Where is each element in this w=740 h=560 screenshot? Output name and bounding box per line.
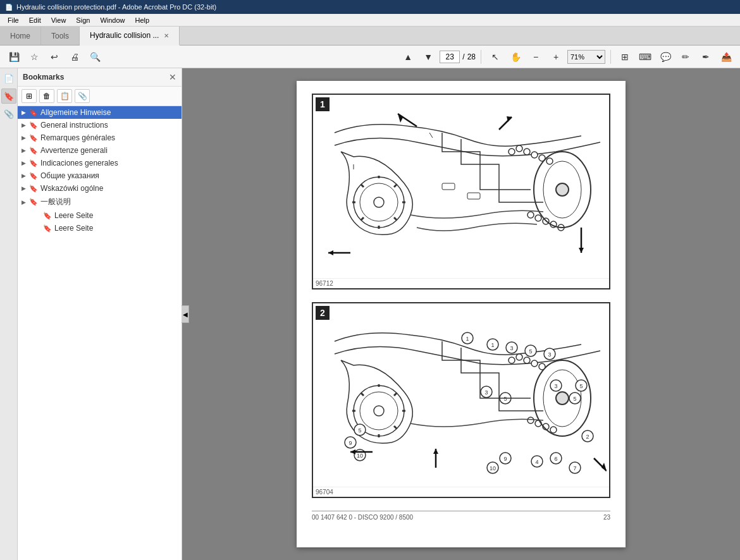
- main-layout: 📄 🔖 📎 Bookmarks ✕ ⊞ 🗑 📋 📎 ▶ 🔖 Allgemeine…: [0, 68, 740, 560]
- bookmark-icon: 🔖: [43, 212, 52, 220]
- svg-text:9: 9: [348, 440, 352, 446]
- svg-point-77: [550, 427, 557, 433]
- svg-point-102: [516, 354, 522, 360]
- svg-text:6: 6: [554, 456, 557, 462]
- menu-edit[interactable]: Edit: [24, 14, 46, 26]
- title-bar-text: Hydraulic collision protection.pdf - Ado…: [16, 3, 216, 11]
- svg-text:5: 5: [579, 383, 583, 389]
- page-separator: /: [462, 52, 464, 61]
- svg-text:5: 5: [529, 348, 532, 355]
- svg-text:5: 5: [573, 396, 576, 402]
- bookmarks-close-button[interactable]: ✕: [169, 72, 176, 82]
- share-button[interactable]: 📤: [717, 49, 735, 65]
- page-number-input[interactable]: [440, 51, 460, 63]
- tab-document[interactable]: Hydraulic collision ... ✕: [80, 27, 180, 46]
- collapse-panel-button[interactable]: ◀: [182, 305, 189, 323]
- diagram-2: 2: [312, 302, 610, 498]
- svg-point-103: [524, 357, 530, 363]
- bookmark-leere2[interactable]: ▶ 🔖 Leere Seite: [18, 222, 182, 234]
- rotate-button[interactable]: ⌨: [636, 49, 654, 65]
- svg-text:3: 3: [484, 389, 488, 396]
- bookmark-remarques[interactable]: ▶ 🔖 Remarques générales: [18, 131, 182, 144]
- tab-document-label: Hydraulic collision ...: [90, 31, 159, 40]
- bookmark-wskazowki[interactable]: ▶ 🔖 Wskazówki ogólne: [18, 182, 182, 195]
- fit-page-button[interactable]: ⊞: [616, 49, 634, 65]
- comment-button[interactable]: 💬: [657, 49, 674, 65]
- bookmark-icon: 🔖: [29, 198, 38, 206]
- diagram-1-number: 1: [316, 97, 330, 111]
- bookmark-leere1[interactable]: ▶ 🔖 Leere Seite: [18, 209, 182, 222]
- bookmark-label: Avvertenze generali: [40, 146, 108, 155]
- bookmark-label: Leere Seite: [54, 224, 93, 233]
- svg-point-12: [509, 149, 515, 155]
- hand-tool-button[interactable]: ✋: [507, 49, 524, 65]
- sidebar-bookmark-icon[interactable]: 🔖: [1, 88, 16, 104]
- sidebar-attachment-icon[interactable]: 📎: [1, 106, 16, 121]
- pdf-area[interactable]: 1: [182, 68, 740, 560]
- bookmark-label: Allgemeine Hinweise: [40, 108, 111, 117]
- bookmarks-list: ▶ 🔖 Allgemeine Hinweise ▶ 🔖 General inst…: [18, 106, 182, 560]
- bookmark-button[interactable]: ☆: [25, 49, 43, 65]
- chevron-icon: ▶: [22, 199, 29, 205]
- bookmark-icon: 🔖: [29, 147, 38, 155]
- bookmarks-panel: Bookmarks ✕ ⊞ 🗑 📋 📎 ▶ 🔖 Allgemeine Hinwe…: [18, 68, 182, 560]
- menu-view[interactable]: View: [46, 14, 71, 26]
- back-button[interactable]: ↩: [46, 49, 63, 65]
- toolbar: 💾 ☆ ↩ 🖨 🔍 ▲ ▼ / 28 ↖ ✋ − + 71% 50% 75% 1…: [0, 46, 740, 68]
- menu-file[interactable]: File: [3, 14, 24, 26]
- menu-window[interactable]: Window: [95, 14, 130, 26]
- bookmarks-title: Bookmarks: [23, 73, 64, 82]
- print-button[interactable]: 🖨: [66, 49, 83, 65]
- tab-tools-label: Tools: [51, 32, 69, 40]
- bm-delete-button[interactable]: 🗑: [39, 89, 54, 103]
- tab-tools[interactable]: Tools: [41, 27, 80, 45]
- bookmark-general[interactable]: ▶ 🔖 General instructions: [18, 119, 182, 131]
- bookmark-yiban[interactable]: ▶ 🔖 一般说明: [18, 195, 182, 209]
- svg-point-18: [527, 212, 534, 218]
- svg-point-105: [539, 363, 545, 370]
- svg-point-13: [516, 145, 522, 152]
- diagram-1-image: [313, 95, 609, 278]
- app-icon: 📄: [5, 4, 13, 11]
- bm-options-button[interactable]: ⊞: [22, 89, 37, 103]
- chevron-icon: ▶: [22, 173, 29, 179]
- svg-point-19: [535, 215, 541, 221]
- svg-point-17: [546, 158, 553, 164]
- svg-text:10: 10: [357, 453, 363, 459]
- chevron-icon: ▶: [22, 160, 29, 166]
- bookmark-icon: 🔖: [29, 185, 38, 193]
- draw-button[interactable]: ✒: [697, 49, 715, 65]
- tab-home[interactable]: Home: [0, 27, 41, 45]
- save-button[interactable]: 💾: [5, 49, 23, 65]
- prev-page-button[interactable]: ▲: [399, 49, 417, 65]
- search-button[interactable]: 🔍: [86, 49, 104, 65]
- bm-attach-button[interactable]: 📎: [75, 89, 90, 103]
- zoom-out-button[interactable]: −: [527, 49, 545, 65]
- chevron-icon: ▶: [22, 185, 29, 192]
- zoom-select[interactable]: 71% 50% 75% 100% 125%: [567, 50, 605, 64]
- svg-text:1: 1: [466, 336, 469, 342]
- pdf-content: 1: [312, 94, 610, 521]
- svg-point-80: [556, 392, 569, 405]
- bookmark-allgemeine[interactable]: ▶ 🔖 Allgemeine Hinweise: [18, 106, 182, 119]
- title-bar: 📄 Hydraulic collision protection.pdf - A…: [0, 0, 740, 14]
- cursor-tool-button[interactable]: ↖: [486, 49, 504, 65]
- bookmark-label: Общие указания: [40, 171, 99, 180]
- tab-close-button[interactable]: ✕: [164, 32, 169, 39]
- svg-text:5: 5: [358, 427, 361, 434]
- sidebar-page-icon[interactable]: 📄: [1, 71, 16, 86]
- bm-copy-button[interactable]: 📋: [57, 89, 72, 103]
- bookmark-icon: 🔖: [29, 109, 38, 117]
- zoom-in-button[interactable]: +: [547, 49, 565, 65]
- svg-text:10: 10: [490, 465, 496, 472]
- highlight-button[interactable]: ✏: [677, 49, 694, 65]
- next-page-button[interactable]: ▼: [419, 49, 437, 65]
- bookmark-obshchie[interactable]: ▶ 🔖 Общие указания: [18, 169, 182, 182]
- menu-sign[interactable]: Sign: [71, 14, 95, 26]
- bookmark-icon: 🔖: [29, 172, 38, 180]
- diagram-2-image: 1 1 3 5 3 3 5: [313, 303, 609, 487]
- bookmark-indicaciones[interactable]: ▶ 🔖 Indicaciones generales: [18, 157, 182, 169]
- menu-help[interactable]: Help: [130, 14, 155, 26]
- bookmark-avvertenze[interactable]: ▶ 🔖 Avvertenze generali: [18, 144, 182, 157]
- bookmark-icon: 🔖: [43, 224, 52, 233]
